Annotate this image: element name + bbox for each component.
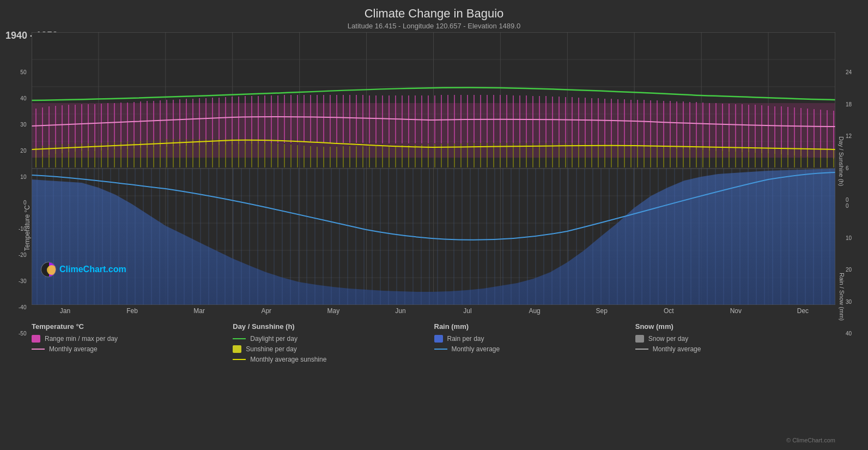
legend-snow-title: Snow (mm) [635,322,836,331]
y-axis-right-bottom: 0 10 20 30 40 [846,203,852,337]
legend-temperature-title: Temperature °C [32,322,233,331]
legend-rain-label: Rain per day [447,335,484,343]
legend-snow: Snow (mm) Snow per day Monthly average [635,322,836,363]
chart-svg [32,32,835,305]
legend-snow-swatch [635,335,644,343]
y-left-10: 10 [20,174,26,180]
x-month-nov: Nov [702,307,769,315]
y-axis-right-title-bottom: Rain / Snow (mm) [839,273,845,321]
y-left-0: 0 [23,200,27,206]
x-month-mar: Mar [166,307,233,315]
chart-header: Climate Change in Baguio Latitude 16.415… [0,0,868,30]
legend-temp-monthly: Monthly average [32,345,233,353]
y-left-m50: -50 [19,331,26,337]
y-left-20: 20 [20,148,26,154]
legend-snow-monthly: Monthly average [635,345,836,353]
y-axis-right-top: 24 18 12 6 0 [846,69,852,203]
x-axis: Jan Feb Mar Apr May Jun Jul Aug Sep Oct … [32,307,836,315]
x-month-jun: Jun [367,307,434,315]
legend-rain-monthly: Monthly average [434,345,635,353]
x-month-jul: Jul [434,307,501,315]
legend-temp-range: Range min / max per day [32,335,233,343]
legend-temp-monthly-label: Monthly average [49,345,98,353]
legend-snow-per-day: Snow per day [635,335,836,343]
legend-rain-title: Rain (mm) [434,322,635,331]
x-month-sep: Sep [568,307,635,315]
legend-rain-monthly-swatch [434,349,447,350]
logo-text-bottom: ClimeChart.com [59,265,126,274]
legend-sunshine-monthly-swatch [233,359,246,360]
legend-rain-swatch [434,335,443,343]
x-month-may: May [300,307,367,315]
legend-rain-monthly-label: Monthly average [452,345,500,353]
legend-rain: Rain (mm) Rain per day Monthly average [434,322,635,363]
legend-sunshine-title: Day / Sunshine (h) [233,322,434,331]
y-left-m30: -30 [19,278,26,284]
legend-rain-per-day: Rain per day [434,335,635,343]
y-left-m20: -20 [19,252,26,258]
x-month-dec: Dec [769,307,836,315]
y-left-30: 30 [20,122,26,128]
legend-temperature: Temperature °C Range min / max per day M… [32,322,233,363]
legend-sunshine-swatch [233,345,241,353]
y-left-50: 50 [20,69,26,75]
legend-temp-range-label: Range min / max per day [45,335,118,343]
y-axis-left: 50 40 30 20 10 0 -10 -20 -30 -40 -50 [19,69,26,337]
legend-daylight-label: Daylight per day [250,335,298,343]
x-month-aug: Aug [501,307,568,315]
page-wrapper: Climate Change in Baguio Latitude 16.415… [0,0,868,450]
legend-daylight: Daylight per day [233,335,434,343]
x-month-jan: Jan [32,307,99,315]
legend-temp-range-swatch [32,335,40,343]
copyright-label: © ClimeChart.com [786,437,835,443]
x-month-feb: Feb [99,307,166,315]
y-left-m40: -40 [19,304,26,310]
y-axis-right-title-top: Day / Sunshine (h) [837,136,844,186]
legend-area: Temperature °C Range min / max per day M… [32,322,836,363]
logo-icon-bottom [41,262,56,277]
legend-sunshine-monthly: Monthly average sunshine [233,356,434,363]
chart-svg-container [32,32,836,305]
x-month-oct: Oct [635,307,702,315]
legend-daylight-swatch [233,338,246,339]
chart-title: Climate Change in Baguio [0,7,868,21]
svg-rect-126 [32,103,835,158]
legend-sunshine-monthly-label: Monthly average sunshine [250,356,326,363]
legend-snow-monthly-swatch [635,349,648,350]
legend-sunshine-label: Sunshine per day [246,345,296,353]
legend-sunshine: Day / Sunshine (h) Daylight per day Suns… [233,322,434,363]
x-month-apr: Apr [233,307,300,315]
y-left-40: 40 [20,95,26,101]
legend-temp-monthly-swatch [32,349,45,350]
chart-area: Temperature °C 50 40 30 20 10 0 -10 -20 … [0,32,868,315]
logo-bottom-left: ClimeChart.com [41,262,126,277]
chart-subtitle: Latitude 16.415 - Longitude 120.657 - El… [0,22,868,30]
y-left-m10: -10 [19,226,26,232]
legend-snow-monthly-label: Monthly average [653,345,701,353]
legend-sunshine-per-day: Sunshine per day [233,345,434,353]
legend-snow-label: Snow per day [648,335,688,343]
